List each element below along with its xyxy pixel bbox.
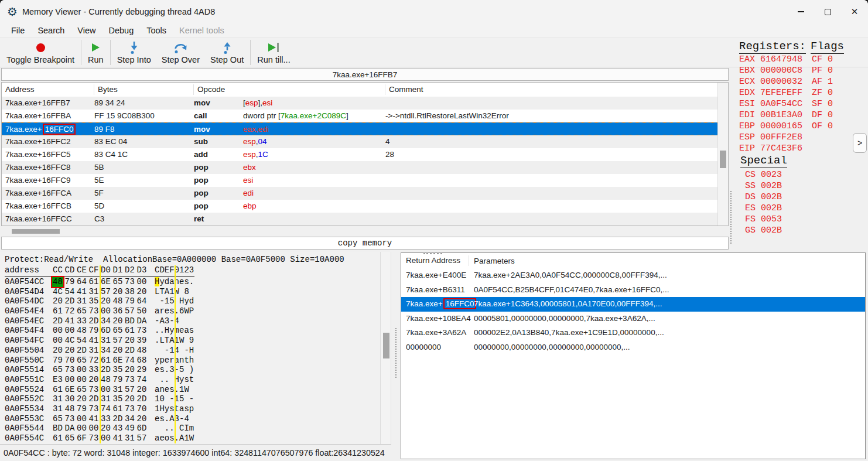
disassembly-row[interactable]: 7kaa.exe+16FFC583 C4 1Caddesp,1C28 [2, 148, 717, 161]
disassembly-vertical-scrollbar[interactable] [717, 83, 728, 226]
toolbar-button-step-into[interactable]: Step Into [112, 38, 156, 67]
hex-row[interactable]: 0A0F54F4000048796D656173..Hymeas [0, 326, 380, 336]
disassembly-row[interactable]: 7kaa.exe+16FFBAFF 15 9C08B300calldword p… [2, 110, 717, 122]
hex-row-ascii: aeos.A1W [155, 433, 194, 443]
stack-row[interactable]: 7kaa.exe+16FFC07kaa.exe+1C3643,00005801,… [401, 297, 865, 312]
hex-byte: 50 [137, 306, 147, 316]
scrollbar-thumb[interactable] [720, 151, 726, 168]
toolbar-button-run-till[interactable]: Run till... [252, 38, 295, 67]
segment-cs[interactable]: CS 0023 [745, 169, 782, 180]
hex-byte: 48 [77, 326, 87, 336]
register-edi[interactable]: EDI 00B1E3A0 [739, 110, 802, 121]
register-eip[interactable]: EIP 77C4E3F6 [739, 143, 802, 154]
hex-row[interactable]: 0A0F553C65730041332D3420es.A3-4 [0, 414, 380, 424]
hex-byte: 57 [125, 385, 135, 395]
toolbar-button-step-over[interactable]: Step Over [156, 38, 205, 67]
flag-af[interactable]: AF 1 [812, 76, 833, 87]
minimize-button[interactable] [787, 0, 814, 23]
hex-row[interactable]: 0A0F551CE300002048797374 .. Hyst [0, 375, 380, 385]
segment-es[interactable]: ES 002B [745, 203, 782, 214]
segment-gs[interactable]: GS 002B [745, 225, 782, 236]
toolbar-button-toggle-breakpoint[interactable]: Toggle Breakpoint [1, 38, 80, 67]
hex-byte: 57 [113, 336, 123, 346]
hex-row[interactable]: 0A0F5544BDDA00002043496D .. CIm [0, 424, 380, 433]
hex-row[interactable]: 0A0F553431487973746173701Hystasp [0, 404, 380, 414]
menu-item-search[interactable]: Search [31, 26, 71, 35]
segment-fs[interactable]: FS 0053 [745, 214, 782, 225]
instruction-comment [385, 123, 717, 135]
hexview-vertical-scrollbar[interactable] [380, 252, 391, 444]
register-edx[interactable]: EDX 7EFEFEFF [739, 87, 802, 98]
expand-registers-button[interactable]: > [853, 133, 867, 153]
flag-pf[interactable]: PF 0 [812, 65, 833, 76]
disassembly-row[interactable]: 7kaa.exe+16FFC283 EC 04subesp,044 [2, 135, 717, 148]
stack-row[interactable]: 7kaa.exe+B63110A0F54CC,B25B4CFF,01C474E0… [401, 283, 865, 298]
disassembly-row[interactable]: 7kaa.exe+16FFCB5Dpopebp [2, 200, 717, 213]
disassembly-row[interactable]: 7kaa.exe+16FFCA5Fpopedi [2, 187, 717, 200]
instruction-operands: ebp [243, 200, 385, 213]
copy-memory-button[interactable]: copy memory [1, 237, 729, 250]
hex-row[interactable]: 0A0F54DC202D313520487964 -15 Hyd [0, 296, 380, 306]
disassembly-row[interactable]: 7kaa.exe+16FFC95Epopesi [2, 174, 717, 187]
hex-row[interactable]: 0A0F552C3130202D3135202D10 -15 - [0, 394, 380, 404]
column-header-address: Address [2, 84, 94, 95]
close-button[interactable]: ✕ [841, 0, 868, 23]
menu-item-kernel-tools[interactable]: Kernel tools [173, 26, 231, 35]
stack-row[interactable]: 0000000000000000,00000000,00000000,00000… [401, 340, 865, 355]
hex-row[interactable]: 0A0F54CC487964616E657300Hydanes. [0, 277, 380, 287]
register-ebp[interactable]: EBP 00000165 [739, 121, 802, 132]
hex-row-address: 0A0F5524 [5, 385, 44, 395]
stack-splitter[interactable] [391, 252, 401, 444]
menu-item-view[interactable]: View [71, 26, 102, 35]
hex-row[interactable]: 0A0F54D44C54413157203820LTA1W 8 [0, 287, 380, 297]
hex-row[interactable]: 0A0F5514657300332D352029es.3-5 ) [0, 365, 380, 375]
maximize-button[interactable] [814, 0, 841, 23]
register-esi[interactable]: ESI 0A0F54CC [739, 98, 802, 110]
hex-row[interactable]: 0A0F5524616E657300315720anes.1W [0, 385, 380, 395]
toolbar-button-label: Step Into [117, 55, 151, 64]
column-header-return-address: Return Address [401, 255, 469, 266]
disassembly-row[interactable]: 7kaa.exe+16FFC089 F8moveax,edi [2, 122, 717, 135]
hex-row[interactable]: 0A0F54E46172657300365750ares.6WP [0, 306, 380, 316]
menu-item-debug[interactable]: Debug [102, 26, 141, 35]
register-eax[interactable]: EAX 61647948 [739, 54, 802, 65]
scrollbar-thumb[interactable] [12, 229, 60, 234]
flag-cf[interactable]: CF 0 [812, 54, 833, 65]
menu-item-file[interactable]: File [5, 26, 31, 35]
flag-of[interactable]: OF 0 [812, 121, 833, 132]
segment-ss[interactable]: SS 002B [745, 180, 782, 192]
scrollbar-thumb[interactable] [383, 333, 389, 358]
flag-df[interactable]: DF 0 [812, 110, 833, 121]
current-address-header[interactable]: 7kaa.exe+16FFB7 [1, 68, 729, 81]
hex-header-byte-label: CF [89, 265, 99, 275]
disassembly-row[interactable]: 7kaa.exe+16FFB789 34 24mov[esp],esi [2, 97, 717, 110]
hex-byte: 61 [89, 277, 99, 287]
stack-row[interactable]: 7kaa.exe+E400E7kaa.exe+2AE3A0,0A0F54CC,0… [401, 268, 865, 283]
hex-byte: 72 [89, 356, 99, 366]
toolbar-button-step-out[interactable]: Step Out [205, 38, 249, 67]
disassembly-horizontal-scrollbar[interactable] [1, 226, 729, 237]
stack-row[interactable]: 7kaa.exe+108EA400005801,00000000,0000000… [401, 312, 865, 326]
register-esp[interactable]: ESP 00FFF2E8 [739, 132, 802, 143]
hexview-rows: 0A0F54CC487964616E657300Hydanes.0A0F54D4… [0, 277, 380, 443]
segment-ds[interactable]: DS 002B [745, 192, 782, 203]
disassembly-row[interactable]: 7kaa.exe+16FFC85Bpopebx [2, 161, 717, 174]
disassembly-row[interactable]: 7kaa.exe+16FFCCC3ret [2, 213, 717, 226]
hex-row[interactable]: 0A0F54EC2D41332D3420BDDA-A3-4 [0, 316, 380, 326]
menu-item-tools[interactable]: Tools [140, 26, 173, 35]
hex-row[interactable]: 0A0F54FC004C544131572039.LTA1W 9 [0, 336, 380, 346]
hex-row[interactable]: 0A0F550420202D3134202D48 -14 -H [0, 346, 380, 356]
hex-row[interactable]: 0A0F554C61656F7300413157aeos.A1W [0, 433, 380, 443]
instruction-mnemonic: pop [194, 174, 243, 187]
stack-row[interactable]: 7kaa.exe+3A62A000002E2,0A13B840,7kaa.exe… [401, 326, 865, 340]
flag-zf[interactable]: ZF 0 [812, 87, 833, 98]
register-ebx[interactable]: EBX 000000C8 [739, 65, 802, 76]
hex-byte: 00 [65, 326, 75, 336]
hex-row[interactable]: 0A0F550C79706572616E7468yperanth [0, 356, 380, 366]
toolbar-button-run[interactable]: Run [83, 38, 109, 67]
register-ecx[interactable]: ECX 00000032 [739, 76, 802, 87]
stack-splitter-grip[interactable] [423, 252, 442, 254]
flag-sf[interactable]: SF 0 [812, 98, 833, 110]
hexview-panel[interactable]: Protect:Read/Write AllocationBase=0A0000… [0, 252, 380, 444]
toolbar-button-label: Toggle Breakpoint [6, 55, 74, 64]
